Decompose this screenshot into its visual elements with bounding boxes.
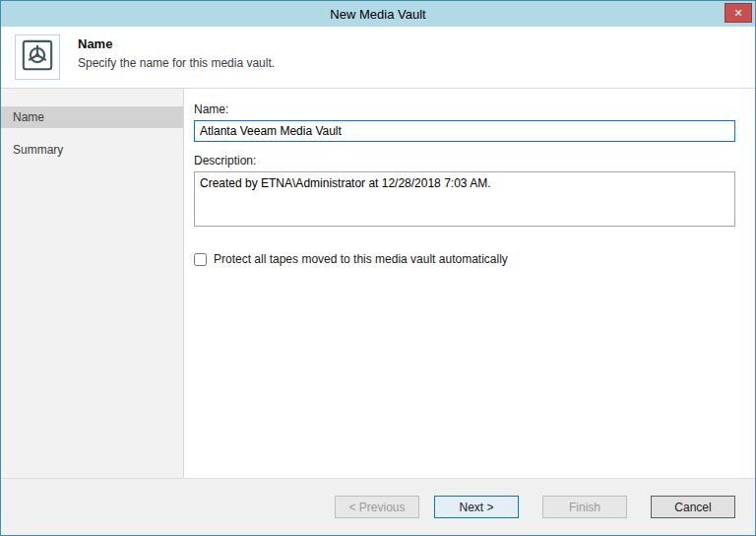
wizard-body: Name Summary Name: Description: Created …	[1, 89, 755, 478]
new-media-vault-window: New Media Vault ✕ Name Specify the name …	[0, 0, 756, 536]
header-text: Name Specify the name for this media vau…	[78, 34, 275, 70]
description-textarea[interactable]: Created by ETNA\Administrator at 12/28/2…	[194, 171, 735, 227]
next-button[interactable]: Next >	[434, 496, 519, 518]
cancel-button[interactable]: Cancel	[651, 496, 735, 518]
protect-tapes-checkbox[interactable]	[194, 253, 207, 266]
page-subtitle: Specify the name for this media vault.	[78, 56, 275, 70]
wizard-footer: < Previous Next > Finish Cancel	[1, 478, 755, 535]
previous-button[interactable]: < Previous	[335, 496, 419, 518]
description-label: Description:	[194, 154, 735, 168]
wizard-header: Name Specify the name for this media vau…	[1, 27, 755, 96]
sidebar-item-summary[interactable]: Summary	[1, 139, 183, 161]
media-vault-icon	[18, 35, 57, 79]
header-icon-box	[15, 34, 60, 80]
title-bar: New Media Vault ✕	[1, 1, 755, 27]
name-label: Name:	[194, 102, 735, 116]
wizard-steps-sidebar: Name Summary	[1, 89, 184, 478]
protect-tapes-label: Protect all tapes moved to this media va…	[214, 252, 508, 266]
close-button[interactable]: ✕	[724, 3, 752, 23]
close-icon: ✕	[733, 8, 742, 19]
wizard-content: Name: Description: Created by ETNA\Admin…	[184, 89, 755, 478]
name-input[interactable]	[194, 120, 735, 142]
page-title: Name	[78, 36, 275, 51]
sidebar-item-name[interactable]: Name	[1, 106, 183, 128]
finish-button[interactable]: Finish	[542, 496, 627, 518]
protect-tapes-row: Protect all tapes moved to this media va…	[194, 252, 735, 266]
window-title: New Media Vault	[330, 7, 425, 22]
